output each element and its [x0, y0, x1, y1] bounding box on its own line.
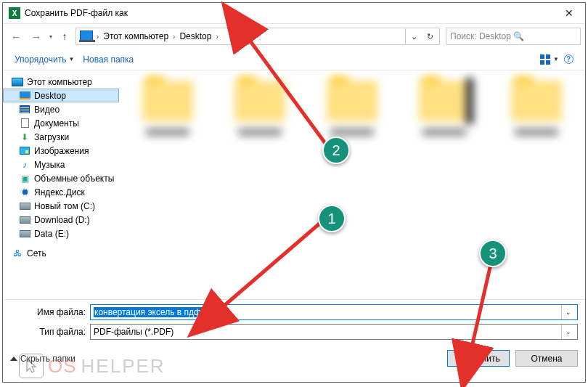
address-dropdown[interactable]: ⌄	[406, 28, 422, 44]
tree-3d-objects[interactable]: ▣ Объемные объекты	[3, 171, 119, 185]
save-button[interactable]: Сохранить	[447, 350, 510, 367]
tree-drive-d[interactable]: Download (D:)	[3, 213, 119, 227]
toolbar: Упорядочить▼ Новая папка ▼ ?	[3, 49, 585, 70]
history-dropdown[interactable]: ▾	[48, 33, 54, 40]
filetype-select[interactable]: PDF-файлы (*.PDF) ⌄	[90, 324, 578, 340]
tree-drive-c[interactable]: Новый том (C:)	[3, 199, 119, 213]
pc-icon	[80, 30, 93, 42]
list-item[interactable]	[408, 81, 480, 136]
filename-label: Имя файла:	[10, 307, 90, 317]
filetype-dropdown[interactable]: ⌄	[561, 325, 574, 339]
svg-rect-1	[546, 54, 550, 59]
hide-folders-toggle[interactable]: Скрыть папки	[10, 354, 75, 364]
refresh-button[interactable]: ↻	[422, 28, 438, 44]
svg-rect-2	[540, 60, 544, 65]
save-dialog: X Сохранить PDF-файл как ✕ ← → ▾ ↑ › Это…	[2, 2, 586, 383]
nav-bar: ← → ▾ ↑ › Этот компьютер › Desktop › ⌄ ↻…	[3, 24, 585, 49]
up-button[interactable]: ↑	[57, 28, 73, 44]
tree-music[interactable]: ♪ Музыка	[3, 158, 119, 171]
crumb-leaf[interactable]: Desktop	[176, 28, 214, 44]
search-placeholder: Поиск: Desktop	[450, 31, 513, 41]
chevron-right-icon[interactable]: ›	[214, 33, 219, 41]
window-title: Сохранить PDF-файл как	[25, 8, 552, 18]
list-item[interactable]	[224, 81, 296, 136]
list-item[interactable]	[317, 81, 388, 136]
close-button[interactable]: ✕	[552, 3, 585, 24]
footer-fields: Имя файла: конвертация эксель в пдф.pdf …	[3, 299, 585, 346]
breadcrumb: › Этот компьютер › Desktop ›	[95, 28, 405, 44]
organize-button[interactable]: Упорядочить▼	[10, 52, 78, 67]
view-options-button[interactable]: ▼	[540, 52, 559, 68]
tree-video[interactable]: Видео	[3, 102, 119, 116]
search-icon: 🔍	[513, 31, 576, 41]
tree-yandex-disk[interactable]: Яндекс.Диск	[3, 185, 119, 199]
footer-actions: Скрыть папки Сохранить Отмена	[3, 346, 585, 372]
tree-this-pc[interactable]: Этот компьютер	[3, 75, 119, 89]
filename-dropdown[interactable]: ⌄	[561, 305, 574, 319]
address-bar[interactable]: › Этот компьютер › Desktop › ⌄ ↻	[75, 28, 440, 45]
body: Этот компьютер Desktop Видео Документы ⬇…	[3, 70, 585, 299]
chevron-up-icon	[10, 357, 17, 361]
search-input[interactable]: Поиск: Desktop 🔍	[446, 28, 581, 45]
tree-downloads[interactable]: ⬇ Загрузки	[3, 130, 119, 144]
file-list[interactable]	[119, 70, 585, 299]
cancel-button[interactable]: Отмена	[515, 350, 578, 367]
help-button[interactable]: ?	[559, 52, 578, 68]
tree-drive-e[interactable]: Data (E:)	[3, 227, 119, 240]
crumb-root[interactable]: Этот компьютер	[100, 28, 171, 44]
tree-documents[interactable]: Документы	[3, 116, 119, 130]
titlebar: X Сохранить PDF-файл как ✕	[3, 3, 585, 24]
filename-input[interactable]: конвертация эксель в пдф.pdf ⌄	[90, 304, 578, 320]
chevron-right-icon[interactable]: ›	[171, 33, 176, 41]
tree-desktop[interactable]: Desktop	[3, 89, 119, 102]
tree-network[interactable]: 🖧 Сеть	[3, 246, 119, 260]
list-item[interactable]	[132, 81, 204, 136]
app-icon: X	[9, 7, 20, 19]
back-button[interactable]: ←	[7, 28, 25, 45]
filetype-label: Тип файла:	[10, 327, 90, 337]
blurred-folders	[132, 81, 572, 136]
nav-tree: Этот компьютер Desktop Видео Документы ⬇…	[3, 70, 119, 299]
svg-rect-0	[540, 54, 544, 59]
chevron-right-icon[interactable]: ›	[95, 33, 100, 41]
new-folder-button[interactable]: Новая папка	[78, 52, 138, 67]
forward-button[interactable]: →	[28, 28, 45, 45]
svg-rect-3	[546, 60, 550, 65]
list-item[interactable]	[500, 81, 572, 136]
tree-images[interactable]: Изображения	[3, 144, 119, 158]
